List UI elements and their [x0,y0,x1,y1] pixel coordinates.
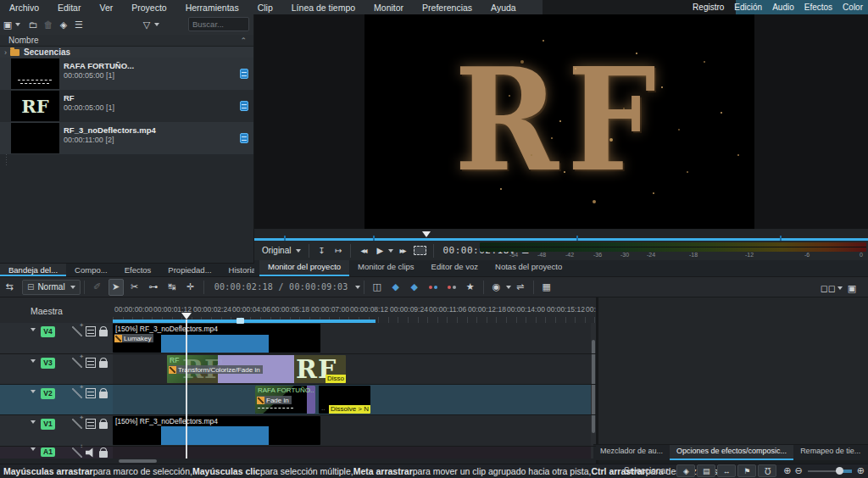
track-effects-icon[interactable] [72,447,82,458]
zoom-out-icon[interactable]: ⊖ [795,465,803,476]
chevron-down-icon[interactable] [31,359,36,363]
track-header-v2[interactable]: V2 [0,385,113,414]
workspace-color[interactable]: Color [837,3,868,12]
lock-track-icon[interactable] [99,422,108,429]
tab-remapeo[interactable]: Remapeo de tie... [793,445,867,460]
filter-dropdown-icon[interactable] [154,23,159,26]
razor-tool-icon[interactable]: ✂ [127,279,142,296]
lock-track-icon[interactable] [99,361,108,368]
zoom-slider-handle[interactable] [836,467,843,475]
master-track-label[interactable]: Maestra [31,306,63,316]
track-effects-icon[interactable] [72,419,82,429]
hide-track-icon[interactable] [86,326,96,336]
hide-track-icon[interactable] [86,388,96,398]
lift-zone-icon[interactable] [444,279,459,296]
play-icon[interactable]: ▶ [373,243,387,258]
menu-herramientas[interactable]: Herramientas [176,3,248,13]
tag-toggle-icon[interactable]: ◈ [676,464,695,477]
workspace-audio[interactable]: Audio [767,3,799,12]
track-badge[interactable]: V2 [41,388,55,399]
tab-monitor-proyecto[interactable]: Monitor del proyecto [259,260,349,276]
lock-track-icon[interactable] [99,392,108,398]
record-dropdown-icon[interactable] [506,286,511,289]
monitor-playhead[interactable] [422,231,431,237]
clip-rf3-v1[interactable]: [150%] RF_3_noDeflectors.mp4 [113,416,320,445]
snap-magnet-icon[interactable]: Ω [758,464,776,477]
filter-icon[interactable]: ▽ [139,17,154,32]
compare-effect-icon[interactable]: ◻◻ [821,280,836,297]
composition-badge[interactable]: Disso [326,375,346,383]
bin-item-rafa[interactable]: RAFA FORTUÑO... 00:00:05:00 [1] [0,58,253,90]
clip-rf-title[interactable]: RF RF RF Transform/Colorize/Fade in Diss… [167,355,346,383]
track-header-v3[interactable]: V3 [0,354,113,384]
tab-editor-voz[interactable]: Editor de voz [423,260,487,276]
timeline-zoom-slider[interactable] [808,464,852,477]
expander-icon[interactable]: › [4,48,7,57]
track-badge[interactable]: V4 [41,326,55,337]
clip-rafa-title[interactable]: RAFA FORTUÑO.. Fade in [255,386,315,414]
create-folder-icon[interactable]: 🗀 [25,17,41,32]
effect-badge[interactable]: Lumakey [114,334,153,342]
tab-opciones-efectos[interactable]: Opciones de efectos/composic... [670,445,793,460]
track-settings-icon[interactable]: ⇌ [513,279,528,296]
video-frame[interactable]: RF [364,14,754,229]
menu-monitor[interactable]: Monitor [364,3,413,13]
chevron-down-icon[interactable] [31,420,36,424]
track-effects-icon[interactable] [72,326,82,336]
play-dropdown-icon[interactable] [388,249,393,253]
add-clip-icon[interactable]: ▣ [0,17,15,32]
playhead-marker[interactable] [181,313,192,320]
fast-forward-icon[interactable]: ▸▸ [395,243,409,258]
extract-zone-icon[interactable] [426,279,441,296]
tab-propiedades[interactable]: Propiedad... [159,264,220,276]
zoom-in-icon[interactable]: ⊕ [857,465,865,476]
timeline-adjust-icon[interactable]: ⇆ [2,279,17,296]
markers-flag-icon[interactable]: ⚑ [737,464,756,477]
timeline-timecode[interactable]: 00:00:02:18 / 00:00:09:03 [214,282,348,292]
set-zone-in-icon[interactable]: ↧ [314,243,328,258]
tab-monitor-clips[interactable]: Monitor de clips [349,260,423,276]
tab-composiciones[interactable]: Compo... [66,264,116,276]
monitor-seek-ruler[interactable] [254,229,868,241]
mixer-icon[interactable]: ▦ [539,279,554,296]
slip-tool-icon[interactable]: ↹ [164,279,180,296]
chevron-down-icon[interactable] [31,447,36,451]
composition-badge[interactable]: Dissolve > N [329,405,370,414]
spacer-tool-icon[interactable]: ⊶ [146,279,161,296]
track-header-v4[interactable]: V4 [0,323,113,353]
tab-bandeja[interactable]: Bandeja del... [0,264,66,276]
menu-proyecto[interactable]: Proyecto [122,3,175,13]
edit-mode-select[interactable]: ⊟Normal [22,280,81,295]
menu-preferencias[interactable]: Preferencias [413,3,481,13]
add-clip-dropdown-icon[interactable] [15,23,20,26]
timeline-zone-bar[interactable] [113,320,376,323]
bin-folder-row[interactable]: › Secuencias [0,47,253,58]
bin-column-header[interactable]: Nombre ⌃ [0,35,253,47]
track-header-a1[interactable]: A1 [0,447,113,459]
track-effects-icon[interactable] [72,388,82,398]
collapse-all-icon[interactable]: ⌃ [240,35,247,47]
monitor-zoom-select[interactable]: Original [258,243,305,258]
external-window-icon[interactable]: ▣ [844,280,860,297]
delete-icon[interactable]: 🗑 [41,17,56,32]
clip-title-2[interactable]: .. Dissolve > N [319,386,370,414]
track-badge[interactable]: V1 [41,419,55,430]
effect-options-dropdown-icon[interactable] [837,286,843,290]
bin-item-rf[interactable]: RF RF 00:00:05:00 [1] [0,90,253,122]
fit-zoom-icon[interactable]: ↔ [717,464,736,477]
tag-icon[interactable]: ◈ [56,17,71,32]
search-input[interactable] [188,17,249,31]
rewind-icon[interactable]: ◂◂ [356,243,370,258]
menu-ayuda[interactable]: Ayuda [481,3,526,13]
workspace-efectos[interactable]: Efectos [799,3,837,12]
bin-item-rf3[interactable]: RF_3_noDeflectors.mp4 00:00:11:00 [2] [0,122,253,154]
track-badge[interactable]: V3 [41,358,55,369]
selection-tool-icon[interactable]: ➤ [108,279,124,296]
menu-clip[interactable]: Clip [248,3,282,13]
favorite-effects-icon[interactable]: ★ [463,279,478,296]
set-zone-out-icon[interactable]: ↦ [331,243,345,258]
workspace-registro[interactable]: Registro [687,3,729,12]
lock-track-icon[interactable] [99,451,108,458]
hide-track-icon[interactable] [86,419,96,429]
thumbnails-toggle-icon[interactable]: ▤ [697,464,715,477]
